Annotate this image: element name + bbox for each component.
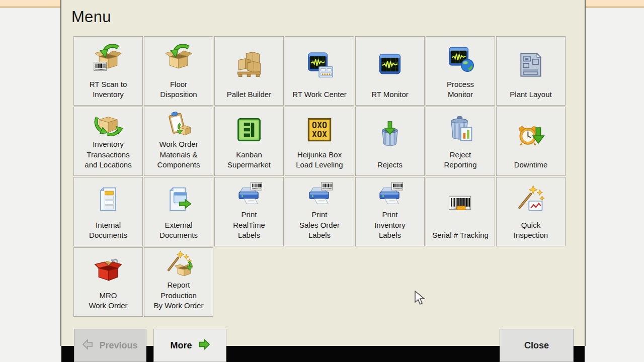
menu-tile-internal-documents[interactable]: Internal Documents [73,177,143,246]
tile-label: Quick Inspection [514,220,548,241]
more-button[interactable]: More [153,329,226,362]
more-button-label: More [170,340,192,351]
menu-tile-kanban-supermarket[interactable]: Kanban Supermarket [214,107,284,176]
tile-grid: RT Scan to InventoryFloor DispositionPal… [73,36,566,317]
tile-label: Plant Layout [510,89,551,100]
tile-label: Reject Reporting [444,150,476,170]
menu-tile-serial-tracking[interactable]: Serial # Tracking [426,177,495,246]
menu-tile-print-inventory-labels[interactable]: Print Inventory Labels [355,177,425,246]
previous-button[interactable]: Previous [74,329,146,362]
menu-tile-rt-work-center[interactable]: RT Work Center [285,36,354,106]
tile-label: Process Monitor [447,79,474,100]
blueprint-icon [498,40,564,89]
toolbox-icon [75,251,141,291]
menu-tile-floor-disposition[interactable]: Floor Disposition [144,36,213,106]
menu-tile-reject-reporting[interactable]: Reject Reporting [426,107,495,176]
tile-label: Downtime [514,160,548,170]
previous-arrow-icon [83,339,95,352]
tile-label: Pallet Builder [227,89,271,100]
menu-tile-inventory-transactions-and-locations[interactable]: Inventory Transactions and Locations [73,107,143,176]
box-transfer-icon [75,110,141,139]
pallet-icon [216,40,282,89]
menu-tile-print-realtime-labels[interactable]: Print RealTime Labels [214,177,284,246]
menu-tile-report-production-by-work-order[interactable]: Report Production By Work Order [144,247,213,317]
box-scan-icon [75,40,141,79]
doc-export-icon [146,180,211,220]
clipboard-box-icon [146,110,211,139]
menu-tile-quick-inspection[interactable]: Quick Inspection [496,177,566,246]
menu-tile-mro-work-order[interactable]: MRO Work Order [73,247,143,317]
tile-label: RT Monitor [371,89,409,100]
tile-label: Rejects [377,160,403,170]
doc-form-icon [75,180,141,220]
kanban-icon [216,110,282,150]
menu-tile-process-monitor[interactable]: Process Monitor [426,36,495,106]
menu-tile-pallet-builder[interactable]: Pallet Builder [214,36,284,106]
more-arrow-icon [197,338,210,353]
close-button-label: Close [524,340,549,351]
printer-barcode-icon [216,180,282,210]
tile-label: Print Inventory Labels [374,210,406,241]
tile-label: Heijunka Box Load Leveling [296,150,343,170]
wand-chart-icon [498,180,564,220]
menu-tile-heijunka-box-load-leveling[interactable]: OXOXOXHeijunka Box Load Leveling [285,107,354,176]
monitor-icon [357,40,423,89]
monitor-form-icon [287,40,352,89]
menu-tile-rt-monitor[interactable]: RT Monitor [355,36,425,106]
menu-tile-rt-scan-to-inventory[interactable]: RT Scan to Inventory [73,36,143,106]
tile-label: Print Sales Order Labels [299,210,340,241]
page-title: Menu [71,8,111,26]
tile-label: Internal Documents [89,220,127,241]
tile-label: Inventory Transactions and Locations [85,139,131,170]
wand-box-icon [146,251,211,280]
barcode-marker-icon [428,180,493,230]
clock-down-icon [498,110,564,160]
trash-report-icon [428,110,493,150]
tile-label: External Documents [159,220,198,241]
printer-barcode-icon [357,180,423,210]
menu-tile-work-order-materials-components[interactable]: Work Order Materials & Components [144,107,213,176]
tile-label: Report Production By Work Order [154,280,204,311]
tile-label: Floor Disposition [160,79,197,100]
svg-text:XOX: XOX [312,129,327,139]
trash-in-icon [357,110,423,160]
tile-label: Kanban Supermarket [227,150,271,170]
monitor-globe-icon [428,40,493,79]
tile-label: RT Work Center [292,89,347,100]
menu-tile-downtime[interactable]: Downtime [496,107,566,176]
menu-tile-print-sales-order-labels[interactable]: Print Sales Order Labels [285,177,354,246]
menu-tile-plant-layout[interactable]: Plant Layout [496,36,566,106]
tile-label: Work Order Materials & Components [157,139,200,170]
close-button[interactable]: Close [500,329,574,362]
heijunka-icon: OXOXOX [287,110,352,150]
previous-button-label: Previous [99,340,137,351]
tile-label: RT Scan to Inventory [90,79,127,100]
box-arrow-icon [146,40,211,79]
menu-tile-rejects[interactable]: Rejects [355,107,425,176]
tile-label: Serial # Tracking [432,230,489,241]
tile-label: MRO Work Order [89,291,127,311]
printer-barcode-icon [287,180,352,210]
tile-label: Print RealTime Labels [233,210,265,241]
menu-tile-external-documents[interactable]: External Documents [144,177,213,246]
